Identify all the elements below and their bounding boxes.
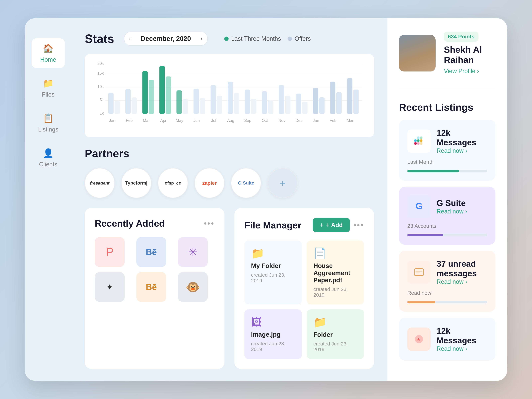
file-item-image[interactable]: 🖼 Image.jpg created Jun 23, 2019: [244, 309, 302, 359]
svg-rect-46: [313, 88, 318, 114]
progress-fill: [407, 234, 443, 236]
svg-rect-13: [125, 89, 131, 114]
svg-rect-19: [159, 66, 165, 114]
svg-text:Nov: Nov: [278, 119, 285, 123]
file-date: created Jun 23, 2019: [251, 272, 295, 284]
listing-link[interactable]: Read now: [437, 147, 487, 154]
svg-text:Oct: Oct: [262, 119, 268, 123]
app-behance[interactable]: Bē: [136, 237, 166, 267]
recent-listings: Recent Listings: [399, 101, 495, 361]
partner-freeagent[interactable]: freeagent: [85, 168, 115, 198]
sidebar-item-home[interactable]: 🏠 Home: [32, 38, 65, 68]
recently-added-panel: Recently Added ••• P Bē ✳ ✦ Bē 🐵: [85, 208, 224, 369]
listing-sub: Last Month: [407, 159, 487, 165]
listing-info: 12k Messages Read now: [437, 326, 487, 352]
svg-text:Feb: Feb: [330, 119, 336, 123]
next-month-button[interactable]: ›: [196, 32, 207, 45]
svg-rect-58: [417, 139, 420, 142]
file-manager-menu[interactable]: •••: [353, 220, 364, 230]
sidebar: 🏠 Home 📁 Files 📋 Listings 👤 Clients: [25, 18, 71, 381]
listing-link[interactable]: Read now: [437, 208, 487, 215]
svg-rect-53: [353, 90, 359, 114]
svg-rect-38: [268, 101, 273, 114]
app-mailchimp[interactable]: 🐵: [178, 272, 208, 302]
sidebar-item-label: Clients: [39, 161, 57, 168]
partners-section: Partners freeagent Typeform| ofsp_ce zap…: [85, 147, 374, 198]
svg-rect-60: [420, 142, 422, 145]
add-label: + Add: [326, 222, 343, 228]
listing-name: G Suite: [437, 198, 487, 208]
partner-zapier[interactable]: zapier: [195, 168, 224, 198]
svg-text:Feb: Feb: [126, 119, 133, 123]
partner-typeform[interactable]: Typeform|: [121, 168, 151, 198]
view-profile-link[interactable]: View Profile: [444, 68, 495, 75]
svg-text:Jan: Jan: [109, 119, 115, 123]
sidebar-item-clients[interactable]: 👤 Clients: [32, 143, 65, 173]
app-foursquare[interactable]: P: [95, 237, 125, 267]
stats-title: Stats: [85, 32, 114, 45]
add-file-button[interactable]: + + Add: [313, 218, 350, 232]
file-item-pdf[interactable]: 📄 House Aggreement Paper.pdf created Jun…: [307, 241, 364, 304]
svg-rect-25: [194, 89, 199, 114]
listing-info: 12k Messages Read now: [437, 128, 487, 154]
listing-card-unread: 37 unread messages Read now Read now: [399, 251, 495, 312]
slack-icon: [407, 129, 431, 153]
content-area: Stats ‹ December, 2020 › Last Three Mont…: [71, 18, 387, 381]
svg-rect-31: [228, 82, 233, 114]
svg-rect-11: [114, 101, 120, 114]
partner-ofspace[interactable]: ofsp_ce: [158, 168, 188, 198]
listings-list: 12k Messages Read now Last Month G: [399, 120, 495, 361]
listing-link[interactable]: Read now: [437, 345, 487, 352]
svg-text:1k: 1k: [100, 111, 104, 115]
app-asterisk[interactable]: ✳: [178, 237, 208, 267]
avatar-image: [399, 35, 436, 71]
svg-rect-55: [414, 142, 417, 145]
svg-text:Dec: Dec: [295, 119, 303, 123]
svg-text:★: ★: [417, 337, 421, 342]
svg-text:May: May: [176, 119, 183, 123]
sidebar-item-listings[interactable]: 📋 Listings: [32, 108, 65, 138]
svg-text:Apr: Apr: [160, 119, 166, 123]
svg-text:Jul: Jul: [211, 119, 216, 123]
svg-text:Jan: Jan: [313, 119, 319, 123]
listing-sub: 23 Accounts: [407, 223, 487, 229]
partner-add-button[interactable]: +: [268, 168, 298, 198]
listing-card-top: 12k Messages Read now: [407, 128, 487, 154]
prev-month-button[interactable]: ‹: [124, 32, 136, 45]
app-zendesk[interactable]: ✦: [95, 272, 125, 302]
app-grid: P Bē ✳ ✦ Bē 🐵: [95, 237, 215, 302]
svg-text:Mar: Mar: [143, 119, 150, 123]
listing-card-top: G G Suite Read now: [407, 195, 487, 218]
listing-info: 37 unread messages Read now: [437, 259, 487, 285]
stats-header: Stats ‹ December, 2020 › Last Three Mont…: [85, 32, 374, 46]
chart-legend: Last Three Months Offers: [224, 35, 311, 42]
sidebar-item-files[interactable]: 📁 Files: [32, 73, 65, 103]
file-manager-panel: File Manager + + Add ••• 📁 My Folder cre…: [234, 208, 374, 369]
file-item-folder2[interactable]: 📁 Folder created Jun 23, 2019: [307, 309, 364, 359]
svg-rect-49: [330, 82, 335, 114]
partner-gsuite[interactable]: G Suite: [231, 168, 261, 198]
svg-rect-28: [211, 85, 216, 114]
listing-link[interactable]: Read now: [437, 278, 487, 285]
progress-fill: [407, 170, 459, 172]
recently-added-menu[interactable]: •••: [204, 219, 215, 228]
gsuite-icon: G: [407, 195, 431, 218]
date-navigator: ‹ December, 2020 ›: [124, 32, 208, 46]
svg-rect-52: [347, 78, 352, 114]
listing-sub: Read now: [407, 290, 487, 296]
listing-progress-bar: [407, 234, 487, 236]
sidebar-item-label: Files: [42, 91, 55, 98]
files-icon: 📁: [43, 78, 54, 89]
listing-card-top: ★ 12k Messages Read now: [407, 326, 487, 352]
listing-card-messages2: ★ 12k Messages Read now: [399, 318, 495, 361]
listing-name: 12k Messages: [437, 128, 487, 147]
listing-name: 12k Messages: [437, 326, 487, 345]
svg-rect-40: [279, 85, 284, 114]
stats-section: Stats ‹ December, 2020 › Last Three Mont…: [85, 32, 374, 137]
file-manager-title: File Manager: [244, 220, 301, 231]
svg-rect-14: [132, 97, 137, 114]
app-behance-2[interactable]: Bē: [136, 272, 166, 302]
profile-info: 634 Points Shekh Al Raihan View Profile: [444, 32, 495, 75]
file-date: created Jun 23, 2019: [313, 341, 357, 352]
file-item-folder[interactable]: 📁 My Folder created Jun 23, 2019: [244, 241, 302, 304]
